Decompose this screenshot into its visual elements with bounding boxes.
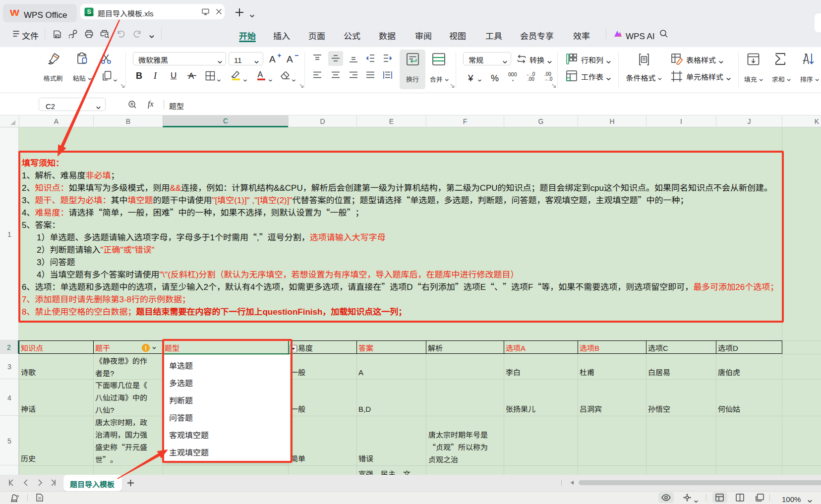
svg-text:A: A (258, 70, 263, 79)
svg-text:,: , (512, 76, 514, 81)
svg-text:→.0: →.0 (543, 76, 553, 81)
svg-text:A: A (188, 71, 194, 81)
svg-text:A: A (287, 54, 293, 64)
svg-text:W: W (10, 8, 19, 17)
svg-text:.00: .00 (528, 76, 534, 81)
svg-text:S: S (87, 8, 91, 15)
svg-text:!: ! (145, 345, 147, 352)
svg-text:A: A (269, 54, 276, 64)
svg-text:s: s (17, 494, 19, 498)
